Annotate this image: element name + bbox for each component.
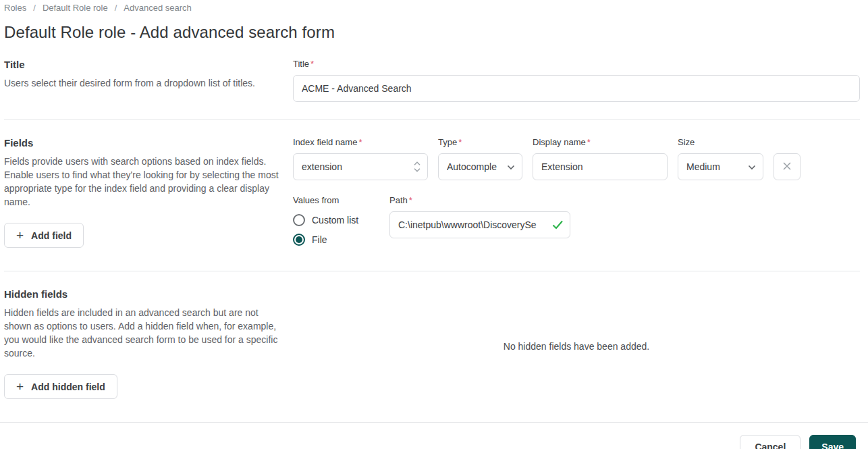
title-section-description: Users select their desired form from a d… [4, 76, 283, 90]
cancel-button[interactable]: Cancel [740, 435, 801, 449]
radio-option-file[interactable]: File [293, 234, 379, 246]
page: Roles / Default Role role / Advanced sea… [0, 0, 868, 449]
display-name-input[interactable] [533, 153, 668, 180]
hidden-fields-section-info: Hidden fields Hidden fields are included… [4, 288, 283, 404]
size-select[interactable]: Medium [678, 153, 763, 180]
index-field-combobox [293, 153, 428, 180]
index-field-label: Index field name* [293, 137, 428, 147]
size-select-value: Medium [686, 161, 720, 172]
display-name-column: Display name* [533, 137, 668, 180]
size-label: Size [678, 137, 763, 147]
type-select[interactable]: Autocomple [438, 153, 522, 180]
radio-label-custom-list: Custom list [312, 215, 358, 226]
index-field-input[interactable] [293, 153, 428, 180]
values-from-label: Values from [293, 195, 379, 205]
footer-action-bar: Cancel Save [0, 422, 868, 449]
radio-option-custom-list[interactable]: Custom list [293, 214, 379, 226]
page-title: Default Role role - Add advanced search … [4, 23, 860, 42]
plus-icon: + [16, 229, 24, 242]
title-section-info: Title Users select their desired form fr… [4, 59, 283, 102]
hidden-fields-section-description: Hidden fields are included in an advance… [4, 306, 283, 360]
hidden-fields-section-heading: Hidden fields [4, 288, 283, 300]
radio-icon-file-selected[interactable] [293, 234, 305, 246]
remove-field-button[interactable] [774, 153, 801, 180]
breadcrumb-item-roles[interactable]: Roles [4, 3, 26, 13]
add-field-button[interactable]: + Add field [4, 223, 84, 248]
field-row: Index field name* Type* [293, 137, 860, 180]
required-marker: * [409, 195, 412, 205]
hidden-fields-empty-area: No hidden fields have been added. [293, 288, 860, 404]
values-from-group: Values from Custom list File [293, 195, 379, 253]
radio-icon-custom-list[interactable] [293, 214, 305, 226]
add-hidden-field-button[interactable]: + Add hidden field [4, 374, 117, 399]
plus-icon: + [16, 380, 24, 393]
required-marker: * [310, 59, 314, 69]
unfold-icon[interactable] [413, 160, 421, 174]
required-marker: * [587, 137, 591, 147]
path-column: Path* [389, 195, 570, 253]
radio-label-file: File [312, 234, 327, 245]
breadcrumb-separator: / [115, 3, 117, 13]
close-icon [782, 161, 792, 173]
fields-section: Fields Fields provide users with search … [4, 120, 860, 271]
hidden-fields-section: Hidden fields Hidden fields are included… [4, 271, 860, 422]
values-from-row: Values from Custom list File Path* [293, 195, 860, 253]
fields-section-description: Fields provide users with search options… [4, 155, 283, 209]
chevron-down-icon [748, 161, 756, 172]
type-label: Type* [438, 137, 522, 147]
hidden-fields-empty-message: No hidden fields have been added. [504, 341, 649, 352]
breadcrumb: Roles / Default Role role / Advanced sea… [4, 2, 860, 13]
fields-section-heading: Fields [4, 137, 283, 149]
breadcrumb-item-advanced-search[interactable]: Advanced search [124, 3, 191, 13]
fields-section-form: Index field name* Type* [293, 137, 860, 253]
title-section-heading: Title [4, 59, 283, 70]
main-content: Roles / Default Role role / Advanced sea… [0, 0, 868, 422]
title-input[interactable] [293, 75, 860, 102]
path-input-wrap [389, 211, 570, 238]
required-marker: * [458, 137, 462, 147]
size-column: Size Medium [678, 137, 763, 180]
save-button[interactable]: Save [809, 435, 856, 449]
fields-section-info: Fields Fields provide users with search … [4, 137, 283, 253]
title-field-label: Title* [293, 59, 860, 69]
type-select-value: Autocomple [447, 161, 497, 172]
check-icon [552, 220, 564, 230]
breadcrumb-item-default-role[interactable]: Default Role role [43, 3, 108, 13]
title-section: Title Users select their desired form fr… [4, 42, 860, 120]
title-section-form: Title* [293, 59, 860, 102]
chevron-down-icon [507, 161, 515, 172]
index-field-column: Index field name* [293, 137, 428, 180]
path-input[interactable] [389, 211, 570, 238]
path-label: Path* [389, 195, 570, 205]
breadcrumb-separator: / [33, 3, 36, 13]
type-column: Type* Autocomple [438, 137, 522, 180]
display-name-label: Display name* [533, 137, 668, 147]
required-marker: * [358, 137, 362, 147]
